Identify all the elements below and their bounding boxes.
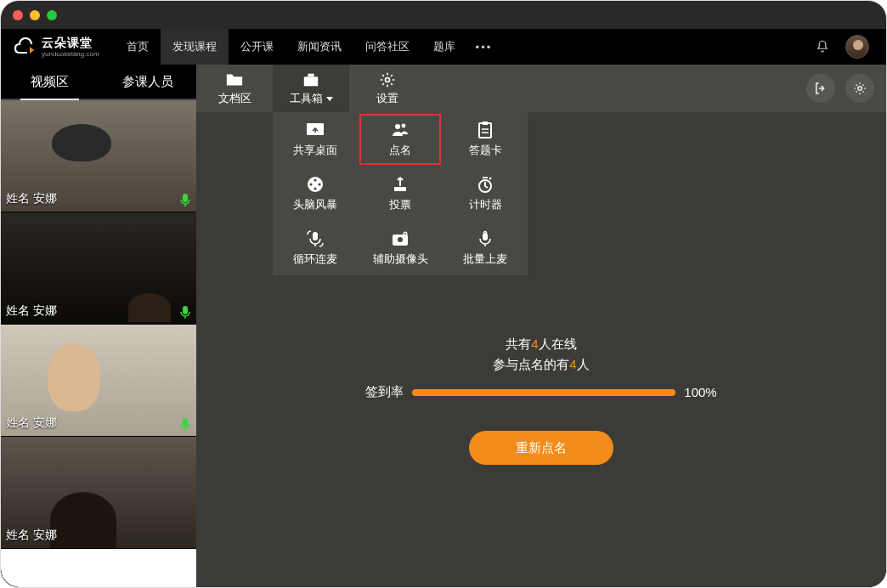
cycle-mic-icon (305, 229, 325, 248)
mic-icon (179, 417, 191, 431)
video-tile-list: 姓名 安娜 姓名 安娜 姓名 安娜 姓名 (1, 100, 196, 587)
exit-icon (813, 81, 828, 96)
tool-cycle-mic[interactable]: 循环连麦 (273, 221, 358, 275)
checkin-rate-row: 签到率 100% (365, 384, 716, 400)
svg-point-16 (314, 187, 316, 189)
tool-share-screen[interactable]: 共享桌面 (273, 112, 358, 167)
toolbox-dropdown: 共享桌面 点名 答题卡 头脑风暴 (273, 112, 528, 275)
tab-toolbox[interactable]: 工具箱 (273, 65, 349, 112)
screen-share-icon (305, 121, 325, 139)
briefcase-icon (302, 71, 320, 88)
clipboard-icon (475, 121, 495, 139)
tool-timer[interactable]: 计时器 (443, 167, 528, 221)
participant-name-label: 姓名 安娜 (6, 191, 57, 206)
top-nav-bar: 云朵课堂 yunduoketang.com 首页 发现课程 公开课 新闻资讯 问… (1, 29, 886, 65)
tool-batch-mic[interactable]: 批量上麦 (443, 221, 528, 275)
user-avatar[interactable] (845, 35, 869, 59)
svg-point-6 (858, 87, 862, 91)
main-stage: 文档区 工具箱 设置 (196, 65, 886, 587)
window-traffic-lights (13, 10, 57, 20)
vote-icon (390, 175, 410, 194)
tab-settings-label: 设置 (376, 91, 398, 106)
svg-rect-11 (483, 122, 488, 125)
brand-name: 云朵课堂 (42, 36, 99, 51)
svg-point-14 (309, 183, 312, 185)
tool-vote[interactable]: 投票 (358, 167, 443, 221)
tool-brainstorm[interactable]: 头脑风暴 (273, 167, 358, 221)
tool-label: 共享桌面 (293, 143, 337, 158)
timer-icon (475, 175, 495, 194)
video-tile[interactable]: 姓名 安娜 (1, 325, 196, 437)
online-count-line: 共有4人在线 (506, 336, 576, 353)
tab-toolbox-label: 工具箱 (290, 91, 333, 106)
svg-point-21 (398, 237, 403, 242)
tab-video-area[interactable]: 视频区 (1, 65, 99, 99)
nav-open-courses[interactable]: 公开课 (229, 29, 285, 65)
checkin-rate-label: 签到率 (365, 384, 404, 400)
svg-rect-2 (183, 418, 188, 427)
primary-nav: 首页 发现课程 公开课 新闻资讯 问答社区 题库 ••• (115, 29, 501, 65)
tool-aux-camera[interactable]: 辅助摄像头 (358, 221, 443, 275)
tool-label: 点名 (389, 143, 411, 158)
svg-point-8 (395, 124, 400, 129)
participant-name-label: 姓名 安娜 (6, 416, 57, 431)
tool-label: 辅助摄像头 (373, 252, 428, 267)
folder-icon (225, 71, 244, 88)
tool-roll-call[interactable]: 点名 (358, 112, 443, 167)
retry-roll-call-button[interactable]: 重新点名 (469, 431, 613, 465)
svg-rect-4 (308, 73, 314, 76)
brand-logo[interactable]: 云朵课堂 yunduoketang.com (14, 36, 99, 58)
bell-icon[interactable] (815, 39, 830, 54)
svg-point-5 (386, 77, 390, 82)
exit-button[interactable] (806, 74, 835, 103)
participant-name-label: 姓名 安娜 (6, 528, 57, 543)
svg-rect-19 (313, 232, 318, 240)
minimize-dot[interactable] (30, 10, 40, 20)
video-tile[interactable]: 姓名 安娜 (1, 100, 196, 212)
gear-icon (378, 71, 397, 88)
mic-icon (179, 305, 191, 319)
svg-rect-3 (304, 76, 319, 86)
cloud-icon (14, 37, 38, 56)
participant-name-label: 姓名 安娜 (6, 303, 57, 319)
svg-rect-17 (394, 187, 406, 191)
mic-icon (179, 193, 191, 206)
tool-answer-card[interactable]: 答题卡 (443, 112, 528, 167)
nav-home[interactable]: 首页 (115, 29, 161, 65)
reel-icon (305, 175, 325, 194)
tab-participants[interactable]: 参课人员 (99, 65, 196, 99)
caret-down-icon (326, 97, 333, 101)
brand-domain: yunduoketang.com (42, 50, 99, 58)
svg-point-13 (314, 178, 316, 181)
video-tile[interactable]: 姓名 安娜 (1, 212, 196, 325)
svg-rect-0 (183, 194, 188, 202)
gear-icon (852, 81, 867, 96)
maximize-dot[interactable] (47, 10, 57, 20)
tool-label: 投票 (389, 197, 411, 212)
nav-question-bank[interactable]: 题库 (421, 29, 467, 65)
roll-call-panel: 共有4人在线 参与点名的有4人 签到率 100% 重新点名 (196, 336, 886, 465)
tab-documents-label: 文档区 (218, 91, 251, 106)
participated-count-line: 参与点名的有4人 (493, 357, 589, 373)
tab-documents[interactable]: 文档区 (196, 65, 273, 112)
tool-label: 答题卡 (469, 143, 502, 158)
nav-more[interactable]: ••• (467, 29, 501, 65)
people-icon (390, 121, 410, 139)
checkin-rate-bar (412, 389, 675, 396)
nav-discover-courses[interactable]: 发现课程 (161, 29, 229, 65)
nav-news[interactable]: 新闻资讯 (285, 29, 353, 65)
tool-label: 计时器 (469, 197, 502, 212)
camera-icon (390, 229, 410, 248)
close-dot[interactable] (13, 10, 23, 20)
tool-label: 批量上麦 (463, 252, 507, 267)
tab-settings[interactable]: 设置 (349, 65, 426, 112)
stage-toolbar: 文档区 工具箱 设置 (196, 65, 886, 112)
nav-qa-community[interactable]: 问答社区 (353, 29, 421, 65)
batch-mic-icon (475, 229, 495, 248)
video-tile[interactable]: 姓名 安娜 (1, 437, 196, 549)
video-tile-empty (1, 549, 196, 587)
svg-rect-1 (183, 306, 188, 314)
svg-point-9 (402, 124, 406, 128)
left-sidebar: 视频区 参课人员 姓名 安娜 姓名 安娜 (1, 65, 196, 587)
settings-button[interactable] (845, 74, 874, 103)
